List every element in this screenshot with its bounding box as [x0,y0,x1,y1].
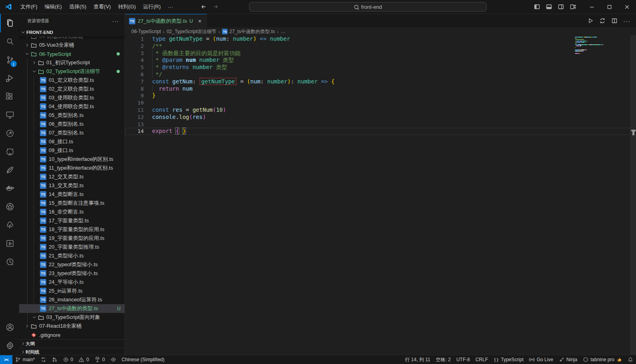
tree-item[interactable]: TS05_类型别名.ts [19,111,125,120]
errors[interactable]: 0 [60,355,76,364]
github-icon[interactable] [0,142,19,161]
maximize-button[interactable] [601,0,618,14]
encoding[interactable]: UTF-8 [454,355,473,364]
menu-item[interactable]: 文件(F) [17,2,41,12]
code-line[interactable]: 11const res = getNum(10) [125,107,630,114]
ports[interactable]: 0 [92,355,108,364]
tree-item[interactable]: TS25_in运算符.ts [19,287,125,295]
todo-tree-icon[interactable] [0,216,19,234]
tree-item[interactable]: TS06_类型别名.ts [19,120,125,129]
tree-item[interactable]: .gitignore [19,330,125,339]
run-icon[interactable] [587,18,594,24]
tab-active[interactable]: TS 27_ts中函数的类型.ts U × [125,14,207,28]
minimize-button[interactable] [583,0,601,14]
sync-icon[interactable] [599,18,606,24]
sidebar-more-actions[interactable]: ··· [110,18,121,24]
forward-arrow-icon[interactable] [212,4,219,10]
tree-item[interactable]: 02_TypeScript语法细节 [19,67,125,76]
code-line[interactable]: 9} [125,92,630,99]
tree-item[interactable]: 04-前端工程化基础 [19,37,125,41]
indentation[interactable]: 空格: 2 [433,355,454,364]
run-debug-icon[interactable] [0,69,19,87]
tree-item[interactable]: TS18_字面量类型的应用.ts [19,225,125,234]
tree-item[interactable]: TS01_定义联合类型.ts [19,76,125,85]
workspace-section-header[interactable]: FRONT-END [19,28,125,37]
tree-item[interactable]: TS04_使用联合类型.ts [19,102,125,111]
code-line[interactable]: 5 * @returns number 类型 [125,64,630,71]
extensions-icon[interactable] [0,87,19,106]
tree-item[interactable]: TS26_instanceof运算符.ts [19,295,125,304]
tree-item[interactable]: 07-React18全家桶 [19,322,125,330]
git-branch[interactable]: main* [12,355,38,364]
docker-icon[interactable] [0,179,19,198]
go-live[interactable]: Go Live [526,355,556,364]
layout-sidebar-icon[interactable] [532,2,542,12]
tree-item[interactable]: 06-TypeScript [19,49,125,58]
tree-item[interactable]: TS14_类型断言.ts [19,190,125,199]
breadcrumb-item[interactable]: TS27_ts中函数的类型.ts [222,28,275,35]
language-mode[interactable]: {}TypeScript [491,355,526,364]
menu-item[interactable]: ··· [164,2,176,12]
menu-item[interactable]: 查看(V) [90,2,114,12]
git-sync[interactable] [38,355,49,364]
tree-item[interactable]: TS12_交叉类型.ts [19,172,125,181]
tree-item[interactable]: TS09_接口.ts [19,146,125,155]
code-line[interactable]: 3 * 函数最主要的目的就是封装功能 [125,50,630,57]
menu-item[interactable]: 编辑(E) [41,2,65,12]
code-line[interactable]: 1type getNumType = (num: number) => numb… [125,36,630,43]
command-center-search[interactable]: front-end [249,2,487,12]
code-line[interactable]: 14export { } [125,128,630,135]
split-editor-icon[interactable] [611,18,618,24]
tree-item[interactable]: TS21_类型缩小.ts [19,251,125,260]
tree-item[interactable]: 05-Vue3全家桶 [19,41,125,49]
breadcrumb-item[interactable]: 06-TypeScript [131,29,161,34]
ninja[interactable]: Ninja [556,355,580,364]
tree-item[interactable]: 01_初识TypeScript [19,58,125,67]
tree-item[interactable]: TS15_类型断言注意事项.ts [19,199,125,208]
code-line[interactable]: 2/** [125,43,630,50]
menu-item[interactable]: 运行(R) [139,2,164,12]
tree-item[interactable]: TS17_字面量类型.ts [19,216,125,225]
source-control-icon[interactable]: 1 [0,51,19,69]
tree-item[interactable]: TS27_ts中函数的类型.tsU [19,304,125,313]
warnings[interactable]: 0 [76,355,92,364]
cursor-position[interactable]: 行 14, 列 11 [402,355,433,364]
eol[interactable]: CRLF [473,355,491,364]
code-line[interactable]: 6 */ [125,71,630,78]
code-area[interactable]: 1type getNumType = (num: number) => numb… [125,35,636,355]
back-arrow-icon[interactable] [200,4,207,10]
code-line[interactable]: 10 [125,99,630,107]
kubernetes-icon[interactable] [0,198,19,216]
code-line[interactable]: 7const getNum: getNumType = (num: number… [125,78,630,85]
tab-close-icon[interactable]: × [197,18,202,25]
panel-大纲[interactable]: 大纲 [19,339,125,348]
tree-item[interactable]: TS23_typeof类型缩小.ts [19,269,125,278]
more-icon[interactable]: ··· [623,18,630,24]
tree-item[interactable]: TS22_typeof类型缩小.ts [19,260,125,269]
code-line[interactable]: 4 * @param num number 类型 [125,57,630,64]
layout-panel-icon[interactable] [544,2,554,12]
code-line[interactable]: 8 return num [125,85,630,93]
breadcrumb-item[interactable]: 02_TypeScript语法细节 [166,28,216,35]
circle-arrow-icon[interactable] [0,124,19,142]
account-icon[interactable] [0,318,19,336]
remote-explorer-icon[interactable] [0,106,19,124]
tree-item[interactable]: TS24_平等缩小.ts [19,278,125,287]
tree-item[interactable]: TS20_字面量类型推理.ts [19,243,125,251]
remote-indicator[interactable]: >< [0,355,12,364]
code-line[interactable]: 13 [125,121,630,128]
leaf-icon[interactable] [0,161,19,179]
explorer-icon[interactable] [0,14,19,32]
time-tracker-icon[interactable] [0,253,19,271]
tree-item[interactable]: TS19_字面量类型的应用.ts [19,234,125,243]
keyboard-layout[interactable]: Chinese (Simplified) [119,355,167,364]
tree-item[interactable]: TS16_非空断言.ts [19,208,125,216]
breadcrumb-item[interactable]: … [281,29,285,34]
code-line[interactable]: 12console.log(res) [125,114,630,121]
close-button[interactable] [618,0,636,14]
tabnine[interactable]: tabnine pro [580,355,625,364]
menu-item[interactable]: 转到(G) [115,2,140,12]
pull-request[interactable] [49,355,60,364]
tree-item[interactable]: TS11_type和interface的区别.ts [19,164,125,172]
layout-secondary-sidebar-icon[interactable] [556,2,566,12]
